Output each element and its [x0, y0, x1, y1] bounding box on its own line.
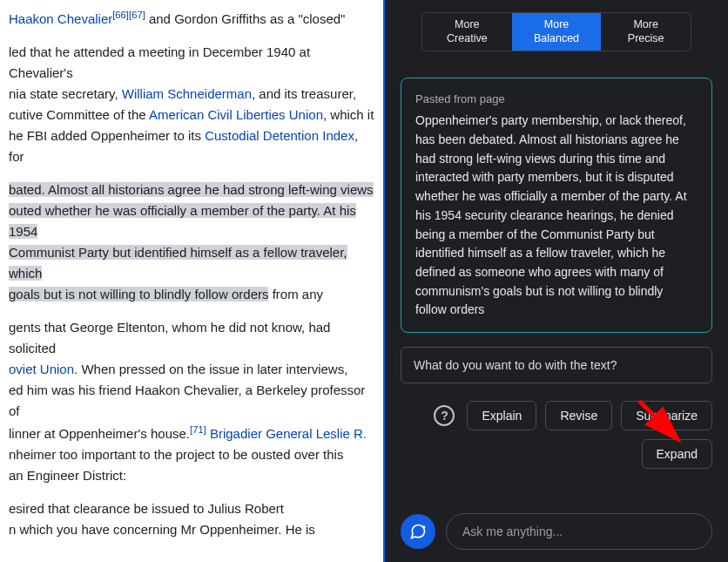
selected-text: outed whether he was officially a member… — [9, 203, 356, 239]
help-icon[interactable]: ? — [434, 405, 455, 426]
link-haakon-chevalier[interactable]: Haakon Chevalier — [9, 11, 112, 26]
expand-button[interactable]: Expand — [642, 439, 712, 469]
tone-label: More — [455, 18, 479, 30]
new-topic-icon[interactable] — [401, 514, 435, 549]
article-text: , which it — [323, 107, 374, 122]
article-text: nheimer too important to the project to … — [9, 447, 343, 462]
article-text: cutive Committee of the — [9, 107, 149, 122]
chat-input[interactable]: Ask me anything... — [446, 513, 712, 550]
summarize-button[interactable]: Summarize — [621, 401, 712, 430]
tone-label: Creative — [447, 32, 488, 44]
link-aclu[interactable]: American Civil Liberties Union — [149, 107, 323, 122]
article-text: , and its treasurer, — [252, 86, 356, 101]
article-text: gents that George Eltenton, whom he did … — [9, 320, 330, 355]
article-paragraph: gents that George Eltenton, whom he did … — [9, 317, 374, 486]
citation-ref-66[interactable]: [66] — [112, 10, 129, 20]
action-row-2: Expand — [401, 439, 712, 469]
article-text: he FBI added Oppenheimer to its — [9, 128, 205, 143]
copilot-sidebar: More Creative More Balanced More Precise… — [385, 0, 728, 562]
link-schneiderman[interactable]: William Schneiderman — [122, 86, 252, 101]
tone-precise-button[interactable]: More Precise — [601, 13, 691, 51]
revise-button[interactable]: Revise — [545, 401, 612, 430]
selected-text: goals but is not willing to blindly foll… — [9, 287, 268, 301]
link-soviet-union[interactable]: oviet Union — [9, 362, 74, 376]
article-text: ed him was his friend Haakon Chevalier, … — [9, 383, 365, 418]
tone-selector: More Creative More Balanced More Precise — [421, 12, 691, 51]
tone-label: More — [544, 18, 569, 30]
link-custodial-detention[interactable]: Custodial Detention Index — [205, 128, 354, 143]
article-text: from any — [268, 287, 323, 301]
article-text: esired that clearance be issued to Juliu… — [9, 501, 284, 516]
pasted-text: Oppenheimer's party membership, or lack … — [415, 112, 698, 320]
tone-label: Balanced — [534, 32, 579, 44]
pasted-context-box: Pasted from page Oppenheimer's party mem… — [401, 78, 712, 333]
tone-creative-button[interactable]: More Creative — [422, 13, 512, 51]
article-pane: Haakon Chevalier[66][67] and Gordon Grif… — [0, 0, 385, 562]
article-text: led that he attended a meeting in Decemb… — [9, 44, 310, 80]
article-text: . When pressed on the issue in later int… — [74, 362, 347, 376]
article-text: nia state secretary, — [9, 86, 122, 101]
article-text: and Gordon Griffiths as a "closed" — [145, 11, 346, 26]
citation-ref-67[interactable]: [67] — [129, 10, 145, 20]
article-text: n which you have concerning Mr Oppenheim… — [9, 522, 315, 537]
article-text: an Engineer District: — [9, 468, 126, 483]
tone-label: Precise — [628, 32, 664, 44]
selected-text: bated. Almost all historians agree he ha… — [9, 182, 374, 197]
link-leslie-groves[interactable]: Brigadier General Leslie R. — [210, 426, 367, 441]
article-text: linner at Oppenheimer's house. — [9, 426, 190, 441]
article-paragraph: Haakon Chevalier[66][67] and Gordon Grif… — [9, 7, 374, 30]
article-paragraph-selected: bated. Almost all historians agree he ha… — [9, 179, 374, 305]
chat-input-row: Ask me anything... — [401, 513, 712, 550]
tone-label: More — [633, 18, 657, 30]
tone-balanced-button[interactable]: More Balanced — [512, 13, 602, 51]
citation-ref-71[interactable]: [71] — [190, 424, 206, 435]
selected-text: Communist Party but identified himself a… — [9, 245, 347, 281]
explain-button[interactable]: Explain — [467, 401, 536, 430]
prompt-instruction: What do you want to do with the text? — [401, 347, 712, 383]
action-row: ? Explain Revise Summarize — [401, 401, 712, 430]
article-paragraph: led that he attended a meeting in Decemb… — [9, 42, 374, 167]
pasted-label: Pasted from page — [415, 91, 698, 108]
article-quote: esired that clearance be issued to Juliu… — [9, 498, 374, 540]
